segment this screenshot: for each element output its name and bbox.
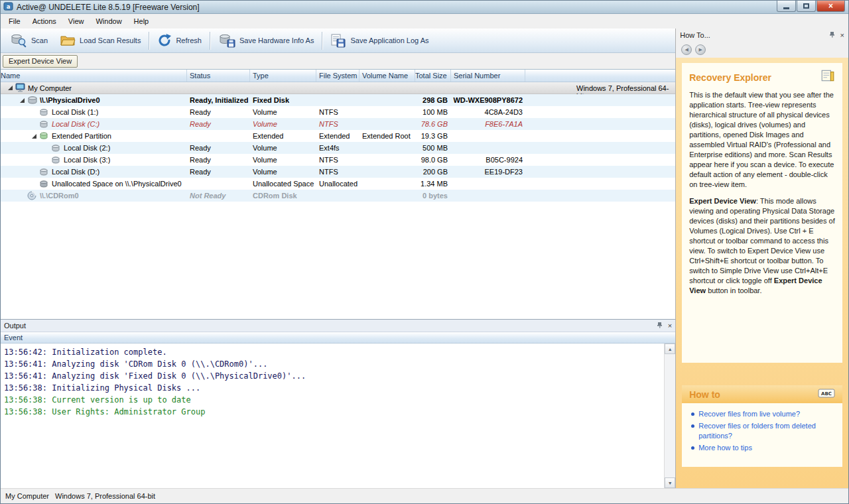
column-header-volume-name[interactable]: Volume Name [359, 70, 415, 82]
minimize-button[interactable] [777, 1, 796, 12]
column-header-status[interactable]: Status [187, 70, 250, 82]
cell-size: 200 GB [415, 166, 451, 178]
howto-link-recover-files-from-live-volume[interactable]: Recover files from live volume? [698, 409, 800, 419]
cell-serial: WD-WXE908PY8672 [451, 94, 525, 106]
pin-icon[interactable] [657, 322, 663, 330]
tree-row-extended-partition[interactable]: Extended PartitionExtendedExtendedExtend… [1, 130, 675, 142]
cell-volume: Extended Root [359, 130, 415, 142]
menu-window[interactable]: Window [90, 15, 127, 27]
column-header-serial-number[interactable]: Serial Number [451, 70, 525, 82]
app-icon: a [3, 1, 13, 13]
toolbar: ScanLoad Scan ResultsRefreshSave Hardwar… [1, 29, 675, 53]
expander-icon[interactable] [5, 85, 15, 91]
cell-status: Ready [187, 106, 250, 118]
tree-row-local-disk-1[interactable]: Local Disk (1:)ReadyVolumeNTFS100 MB4C8A… [1, 106, 675, 118]
tree-row-local-disk-c[interactable]: Local Disk (C:)ReadyVolumeNTFS78.6 GBF8E… [1, 118, 675, 130]
cell-serial [451, 130, 525, 142]
howto-nav: ◀ ▶ [676, 41, 848, 58]
cell-serial: B05C-9924 [451, 154, 525, 166]
scroll-down-icon[interactable]: ▼ [665, 477, 675, 488]
toolbar-button-label: Save Application Log As [350, 36, 428, 44]
menu-actions[interactable]: Actions [27, 15, 62, 27]
bullet-icon [691, 446, 694, 450]
volume-icon [39, 168, 52, 176]
expander-icon[interactable] [29, 133, 39, 139]
cell-size: 98.0 GB [415, 154, 451, 166]
menu-help[interactable]: Help [128, 15, 155, 27]
cell-status: Ready, Initialized [187, 94, 250, 106]
maximize-button[interactable] [797, 1, 816, 12]
expert-device-view-toggle[interactable]: Expert Device View [3, 55, 78, 68]
column-header-type[interactable]: Type [250, 70, 316, 82]
close-button[interactable]: × [816, 1, 845, 12]
column-header-name[interactable]: Name [1, 70, 187, 82]
bullet-icon [691, 424, 694, 428]
toolbar-button-label: Load Scan Results [80, 36, 141, 44]
node-label: Local Disk (1:) [52, 108, 98, 116]
cell-size: 298 GB [415, 94, 451, 106]
howto-panel-titlebar: How To... × [676, 29, 848, 41]
scroll-up-icon[interactable]: ▲ [665, 344, 675, 354]
column-header-total-size[interactable]: Total Size [415, 70, 451, 82]
log-line: 13:56:38: Initializing Physical Disks ..… [4, 382, 664, 394]
log-area: 13:56:42: Initialization complete.13:56:… [1, 344, 675, 488]
toolbar-button-save-hardware-info-as[interactable]: Save Hardware Info As [212, 31, 320, 50]
toolbar-button-label: Save Hardware Info As [239, 36, 314, 44]
howto-link-recover-files-or-folders-from-deleted-partitions[interactable]: Recover files or folders from deleted pa… [698, 421, 838, 441]
pin-icon[interactable] [829, 31, 836, 39]
tree-row-my-computer[interactable]: My ComputerWindows 7, Professional 64-bi… [1, 82, 675, 94]
column-header-file-system[interactable]: File System [316, 70, 359, 82]
menu-view[interactable]: View [62, 15, 90, 27]
bullet-icon [691, 412, 694, 416]
volume-icon [51, 157, 64, 164]
tree-row-local-disk-3[interactable]: Local Disk (3:)ReadyVolumeNTFS98.0 GBB05… [1, 154, 675, 166]
recovery-explorer-paragraph-2: Expert Device View: This mode allows vie… [689, 196, 835, 296]
tree-row-local-disk-2[interactable]: Local Disk (2:)ReadyVolumeExt4fs500 MB [1, 142, 675, 154]
tree-row-local-disk-d[interactable]: Local Disk (D:)ReadyVolumeNTFS200 GBEE19… [1, 166, 675, 178]
cell-type: Fixed Disk [250, 94, 316, 106]
cell-volume [359, 118, 415, 130]
cell-status [187, 178, 250, 190]
tree-row-unallocated-space-on-physicaldrive0[interactable]: Unallocated Space on \\.\PhysicalDrive0U… [1, 178, 675, 190]
cell-status [187, 130, 250, 142]
log-line: 13:56:38: User Rights: Administrator Gro… [4, 406, 664, 418]
howto-link-more-how-to-tips[interactable]: More how to tips [698, 443, 752, 453]
maximize-icon [803, 3, 809, 9]
cell-serial [451, 190, 525, 202]
cell-type: Unallocated Space [250, 178, 316, 190]
menu-file[interactable]: File [3, 15, 27, 27]
close-panel-icon[interactable]: × [668, 322, 672, 329]
output-panel-title: Output [4, 322, 26, 330]
cell-type: Volume [250, 142, 316, 154]
close-panel-icon[interactable]: × [840, 32, 844, 38]
toolbar-button-scan[interactable]: Scan [4, 31, 54, 50]
cell-volume [359, 178, 415, 190]
node-label: \\.\CDRom0 [40, 192, 79, 200]
cell-fs: NTFS [316, 106, 359, 118]
log-line: 13:56:42: Initialization complete. [4, 346, 664, 358]
cell-serial [451, 82, 525, 94]
tree-row-physicaldrive0[interactable]: \\.\PhysicalDrive0Ready, InitializedFixe… [1, 94, 675, 106]
folder-icon [60, 34, 76, 47]
toolbar-button-save-application-log-as[interactable]: Save Application Log As [324, 31, 434, 50]
back-button[interactable]: ◀ [681, 44, 692, 55]
cell-volume [359, 94, 415, 106]
toolbar-button-label: Refresh [176, 36, 202, 44]
forward-button[interactable]: ▶ [695, 44, 706, 55]
cell-status: Ready [187, 118, 250, 130]
cell-type [250, 82, 316, 94]
expander-icon[interactable] [17, 97, 27, 103]
recovery-explorer-paragraph-1: This is the default view that you see af… [689, 90, 835, 190]
howto-links: Recover files from live volume?Recover f… [682, 403, 842, 467]
howto-link-row: Recover files from live volume? [691, 409, 838, 419]
cell-volume [359, 106, 415, 118]
output-scrollbar[interactable]: ▲ ▼ [664, 344, 675, 488]
how-to-section-header: How to ABC [682, 385, 842, 403]
harddisk-icon [27, 96, 40, 105]
event-column-header[interactable]: Event [1, 332, 675, 344]
toolbar-button-load-scan-results[interactable]: Load Scan Results [54, 32, 147, 49]
toolbar-button-refresh[interactable]: Refresh [151, 31, 208, 50]
tree-row-cdrom0[interactable]: \\.\CDRom0Not ReadyCDRom Disk0 bytes [1, 190, 675, 202]
log-line: 13:56:41: Analyzing disk 'Fixed Disk 0 (… [4, 370, 664, 382]
device-table-rows: My ComputerWindows 7, Professional 64-bi… [1, 82, 675, 202]
